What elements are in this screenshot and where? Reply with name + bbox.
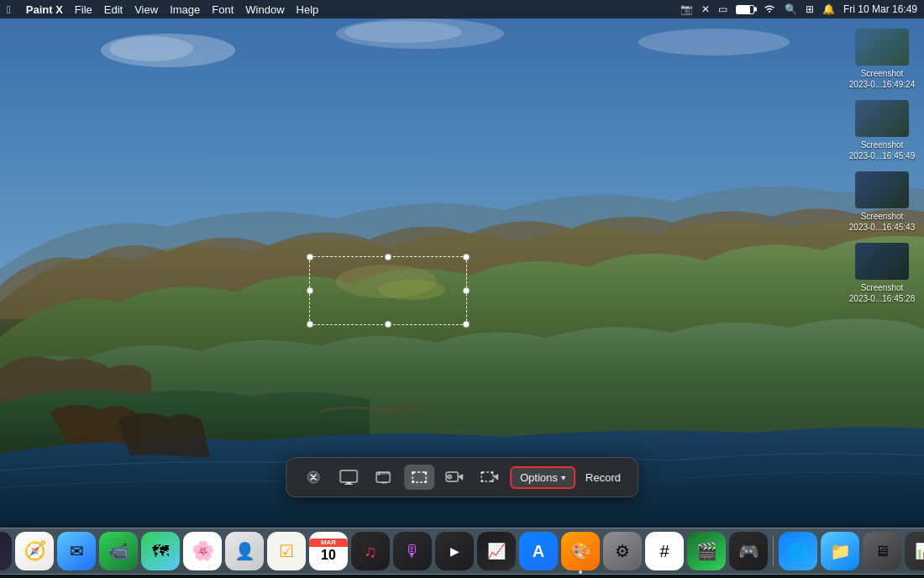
dock-item-browser[interactable]: 🌐 (779, 532, 817, 570)
reminders-icon: ☑ (279, 541, 294, 561)
handle-tc[interactable] (385, 254, 391, 260)
dock: ⊞ 🧭 ✉ 📹 🗺 🌸 👤 ☑ MAR 10 ♫ 🎙 ▶ (0, 528, 924, 575)
desktop-icon-2[interactable]: Screenshot2023-0...16:45:49 (848, 97, 916, 165)
calendar-day-icon: 10 (321, 547, 336, 563)
mail-icon: ✉ (70, 541, 84, 561)
icon-thumb-2 (855, 100, 909, 137)
maps-icon: 🗺 (152, 542, 169, 561)
menubar-datetime: Fri 10 Mar 16:49 (843, 3, 917, 15)
svg-point-23 (448, 475, 452, 479)
menubar-bt-icon: ✕ (701, 3, 710, 15)
calendar-month-icon: MAR (309, 539, 348, 547)
options-chevron-icon: ▾ (561, 473, 565, 482)
handle-ml[interactable] (307, 287, 313, 294)
menubar-edit[interactable]: Edit (104, 3, 123, 16)
facetime-icon: 📹 (108, 541, 129, 561)
stocks-icon: 📈 (487, 542, 506, 560)
handle-tr[interactable] (463, 254, 470, 260)
dock-item-reminders[interactable]: ☑ (267, 532, 306, 570)
menubar-help[interactable]: Help (297, 3, 319, 16)
icon-thumb-1 (855, 29, 909, 66)
dock-item-extra1[interactable]: 🖥 (863, 532, 901, 570)
menubar-notification-icon[interactable]: 🔔 (822, 3, 835, 15)
desktop-icon-1[interactable]: Screenshot2023-0...16:49:24 (848, 25, 916, 93)
paintx-icon: 🎨 (570, 541, 591, 561)
svg-rect-15 (381, 482, 386, 484)
menubar-right: 📷 ✕ ▭ 🔍 ⊞ 🔔 Fri 10 Mar 16:49 (680, 3, 917, 16)
menubar-window[interactable]: Window (245, 3, 284, 16)
menubar-search-icon[interactable]: 🔍 (785, 3, 797, 15)
svg-point-6 (344, 21, 462, 43)
dock-item-slack[interactable]: # (645, 532, 684, 570)
dock-item-safari[interactable]: 🧭 (15, 532, 54, 570)
dock-item-photos[interactable]: 🌸 (183, 532, 222, 570)
menubar-controlcenter-icon[interactable]: ⊞ (806, 3, 814, 15)
dock-item-finder2[interactable]: 📁 (821, 532, 859, 570)
safari-icon: 🧭 (24, 540, 46, 562)
dock-item-systemprefs[interactable]: ⚙ (603, 532, 642, 570)
dock-item-appstore[interactable]: A (519, 532, 558, 570)
toolbar-capture-screen-button[interactable] (333, 465, 364, 490)
menubar-battery-icon (736, 5, 754, 14)
icon-label-4: Screenshot2023-0...16:45:28 (849, 282, 915, 304)
toolbar-options-button[interactable]: Options ▾ (510, 466, 575, 489)
toolbar-record-screen-button[interactable] (439, 465, 470, 490)
desktop-icon-3[interactable]: Screenshot2023-0...16:45:43 (848, 168, 916, 236)
menubar-app-name[interactable]: Paint X (26, 3, 63, 16)
podcasts-icon: 🎙 (404, 542, 421, 561)
toolbar-record-text-button[interactable]: Record (580, 468, 626, 487)
extra2-icon: 📊 (915, 542, 924, 560)
icon-label-2: Screenshot2023-0...16:45:49 (849, 139, 915, 161)
dock-item-calendar[interactable]: MAR 10 (309, 532, 348, 570)
systemprefs-icon: ⚙ (615, 541, 630, 561)
menubar-camera-icon: 📷 (680, 3, 693, 15)
menubar-wifi-icon (763, 3, 776, 16)
toolbar-capture-selection-button[interactable] (404, 465, 434, 490)
handle-bl[interactable] (307, 321, 313, 328)
dock-item-appletv[interactable]: ▶ (435, 532, 474, 570)
music-icon: ♫ (365, 542, 377, 561)
svg-rect-17 (412, 471, 414, 474)
toolbar-record-selection-button[interactable] (475, 465, 505, 490)
dock-item-music[interactable]: ♫ (351, 532, 390, 570)
menubar-image[interactable]: Image (170, 3, 200, 16)
extra1-icon: 🖥 (874, 543, 890, 560)
menubar-left:  Paint X File Edit View Image Font Wind… (7, 3, 318, 16)
apple-menu[interactable]:  (7, 3, 11, 16)
menubar-file[interactable]: File (75, 3, 92, 16)
menubar-display-icon: ▭ (718, 3, 727, 15)
svg-rect-10 (346, 482, 351, 484)
svg-rect-19 (412, 481, 414, 483)
toolbar-capture-window-button[interactable] (369, 465, 399, 490)
browser-icon: 🌐 (789, 542, 807, 560)
svg-rect-26 (481, 472, 484, 475)
dock-item-launchpad[interactable]: ⊞ (0, 532, 12, 570)
record-label: Record (585, 471, 621, 484)
menubar-view[interactable]: View (134, 3, 158, 16)
svg-rect-16 (412, 472, 426, 482)
toolbar-close-button[interactable] (298, 465, 328, 490)
dock-separator (773, 536, 774, 566)
handle-br[interactable] (463, 321, 470, 328)
handle-mr[interactable] (463, 287, 470, 294)
handle-tl[interactable] (307, 254, 313, 260)
svg-rect-14 (378, 474, 380, 476)
svg-rect-11 (344, 484, 353, 485)
desktop-icon-4[interactable]: Screenshot2023-0...16:45:28 (848, 239, 916, 307)
menubar-font[interactable]: Font (212, 3, 234, 16)
appletv-icon: ▶ (450, 544, 459, 558)
dock-item-extra2[interactable]: 📊 (905, 532, 924, 570)
dock-item-stocks[interactable]: 📈 (477, 532, 516, 570)
handle-bc[interactable] (385, 321, 391, 328)
dock-item-mail[interactable]: ✉ (57, 532, 96, 570)
dock-item-arcade[interactable]: 🎮 (729, 532, 768, 570)
dock-item-contacts[interactable]: 👤 (225, 532, 264, 570)
menubar:  Paint X File Edit View Image Font Wind… (0, 0, 924, 18)
dock-item-paintx[interactable]: 🎨 (561, 532, 600, 570)
dock-item-podcasts[interactable]: 🎙 (393, 532, 432, 570)
photos-icon: 🌸 (192, 540, 214, 562)
screenshot-toolbar: Options ▾ Record (286, 457, 638, 497)
dock-item-maps[interactable]: 🗺 (141, 532, 180, 570)
dock-item-finalcut[interactable]: 🎬 (687, 532, 726, 570)
dock-item-facetime[interactable]: 📹 (99, 532, 138, 570)
